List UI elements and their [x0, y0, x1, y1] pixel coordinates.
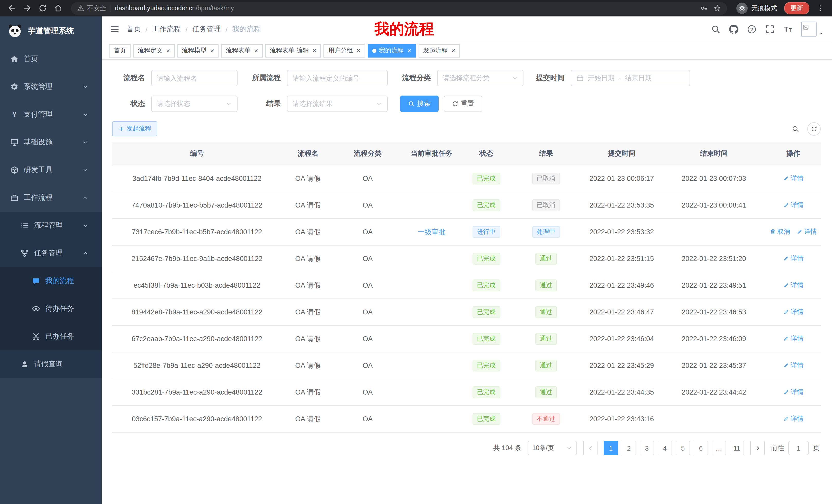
page-button-5[interactable]: 5	[676, 441, 690, 455]
submit-time-range-picker[interactable]: 开始日期 - 结束日期	[571, 70, 690, 86]
sidebar-item-infrastructure[interactable]: 基础设施	[0, 129, 102, 156]
detail-button[interactable]: 详情	[796, 228, 817, 236]
jump-page-input[interactable]	[788, 441, 809, 455]
trash-icon	[770, 229, 776, 235]
result-badge: 不通过	[532, 413, 560, 425]
tab-process-form-edit[interactable]: 流程表单-编辑×	[265, 44, 321, 57]
sidebar-item-my-process[interactable]: 我的流程	[0, 267, 102, 295]
cell-id: 331bc281-7b9a-11ec-a290-acde48001122	[112, 379, 282, 405]
sidebar-item-payment-management[interactable]: ¥支付管理	[0, 101, 102, 129]
process-name-input[interactable]	[151, 70, 238, 86]
cancel-button[interactable]: 取消	[770, 228, 790, 236]
next-page-button[interactable]	[750, 441, 765, 455]
warning-icon	[77, 5, 84, 12]
detail-button[interactable]: 详情	[783, 308, 803, 316]
bookmark-star-icon[interactable]	[714, 5, 721, 12]
tab-label: 流程表单	[226, 46, 251, 55]
github-icon[interactable]	[729, 25, 738, 34]
status-select[interactable]: 请选择状态	[151, 95, 238, 112]
search-icon[interactable]	[711, 25, 721, 34]
sidebar-item-system-management[interactable]: 系统管理	[0, 73, 102, 101]
hamburger-icon[interactable]	[110, 25, 119, 34]
current-task-link[interactable]: 一级审批	[418, 228, 446, 235]
detail-button[interactable]: 详情	[783, 254, 803, 263]
user-avatar-menu[interactable]	[801, 22, 824, 37]
cell-current-task: 一级审批	[401, 219, 462, 245]
cell-submit-time: 2022-01-22 23:46:04	[581, 326, 662, 352]
breadcrumb-item[interactable]: 任务管理	[192, 25, 221, 34]
tab-start-process[interactable]: 发起流程×	[418, 44, 460, 57]
menu-label: 研发工具	[24, 165, 52, 175]
table-header-row: 编号流程名流程分类当前审批任务状态结果提交时间结束时间操作	[112, 142, 821, 165]
tab-process-model[interactable]: 流程模型×	[177, 44, 218, 57]
tab-my-process[interactable]: 我的流程×	[368, 44, 416, 57]
tab-user-group[interactable]: 用户分组×	[324, 44, 365, 57]
reload-button[interactable]	[36, 2, 49, 15]
close-icon[interactable]: ×	[451, 47, 455, 54]
cell-process-name: OA 请假	[282, 245, 334, 272]
close-icon[interactable]: ×	[254, 47, 258, 54]
sidebar-item-todo-tasks[interactable]: 待办任务	[0, 295, 102, 323]
create-process-button[interactable]: 发起流程	[112, 121, 157, 136]
detail-button[interactable]: 详情	[783, 388, 803, 397]
cell-submit-time: 2022-01-22 23:43:16	[581, 405, 662, 432]
font-size-icon[interactable]: TT	[783, 25, 792, 34]
back-button[interactable]	[5, 2, 19, 15]
page-button-2[interactable]: 2	[622, 441, 636, 455]
page-size-select[interactable]: 10条/页	[527, 441, 577, 455]
detail-button[interactable]: 详情	[783, 415, 803, 423]
page-button-1[interactable]: 1	[604, 441, 618, 455]
cell-current-task	[401, 165, 462, 192]
cell-actions: 详情	[766, 192, 821, 219]
sidebar-item-done-tasks[interactable]: 已办任务	[0, 323, 102, 351]
sidebar-item-home[interactable]: 首页	[0, 45, 102, 73]
breadcrumb-item[interactable]: 首页	[127, 25, 141, 34]
forward-button[interactable]	[21, 2, 34, 15]
app-logo[interactable]: 芋道管理系统	[0, 17, 102, 45]
page-button-3[interactable]: 3	[640, 441, 654, 455]
tab-process-definition[interactable]: 流程定义×	[133, 44, 175, 57]
detail-button[interactable]: 详情	[783, 361, 803, 370]
close-icon[interactable]: ×	[407, 47, 411, 54]
page-button-4[interactable]: 4	[658, 441, 672, 455]
breadcrumb-item[interactable]: 工作流程	[152, 25, 181, 34]
prev-page-button[interactable]	[583, 441, 598, 455]
sidebar-item-dev-tools[interactable]: 研发工具	[0, 156, 102, 184]
detail-button[interactable]: 详情	[783, 201, 803, 209]
reset-button[interactable]: 重置	[444, 95, 482, 112]
search-button[interactable]: 搜索	[400, 95, 439, 112]
update-button[interactable]: 更新	[784, 2, 809, 15]
close-icon[interactable]: ×	[210, 47, 214, 54]
password-key-icon[interactable]	[700, 5, 707, 12]
refresh-table-button[interactable]	[807, 122, 821, 135]
result-select[interactable]: 请选择流结果	[287, 95, 388, 112]
page-button-11[interactable]: 11	[730, 441, 744, 455]
detail-button[interactable]: 详情	[783, 334, 803, 343]
address-bar[interactable]: 不安全 dashboard.yudao.iocoder.cn/bpm/task/…	[71, 2, 727, 15]
process-definition-input[interactable]	[287, 70, 388, 86]
detail-button[interactable]: 详情	[783, 174, 803, 183]
home-button[interactable]	[51, 2, 65, 15]
cell-status: 已完成	[462, 405, 511, 432]
sidebar-item-workflow[interactable]: 工作流程	[0, 184, 102, 212]
tab-process-form[interactable]: 流程表单×	[221, 44, 262, 57]
detail-button[interactable]: 详情	[783, 281, 803, 290]
security-indicator[interactable]: 不安全	[77, 4, 106, 12]
page-ellipsis[interactable]: …	[712, 441, 726, 455]
table-row: 819442e8-7b9a-11ec-a290-acde48001122OA 请…	[112, 299, 821, 326]
filter-result-label: 结果	[250, 99, 281, 108]
sidebar-item-leave-query[interactable]: 请假查询	[0, 351, 102, 378]
category-select[interactable]: 请选择流程分类	[437, 70, 523, 86]
browser-menu-button[interactable]	[813, 2, 827, 15]
close-icon[interactable]: ×	[357, 47, 361, 54]
fullscreen-icon[interactable]	[765, 25, 774, 34]
sidebar-item-task-management[interactable]: 任务管理	[0, 240, 102, 267]
show-search-button[interactable]	[792, 125, 799, 132]
close-icon[interactable]: ×	[166, 47, 170, 54]
page-button-6[interactable]: 6	[694, 441, 708, 455]
close-icon[interactable]: ×	[313, 47, 316, 54]
sidebar-item-process-management[interactable]: 流程管理	[0, 212, 102, 240]
tab-home[interactable]: 首页	[109, 44, 131, 57]
cell-status: 已完成	[462, 379, 511, 405]
help-icon[interactable]: ?	[747, 25, 756, 34]
